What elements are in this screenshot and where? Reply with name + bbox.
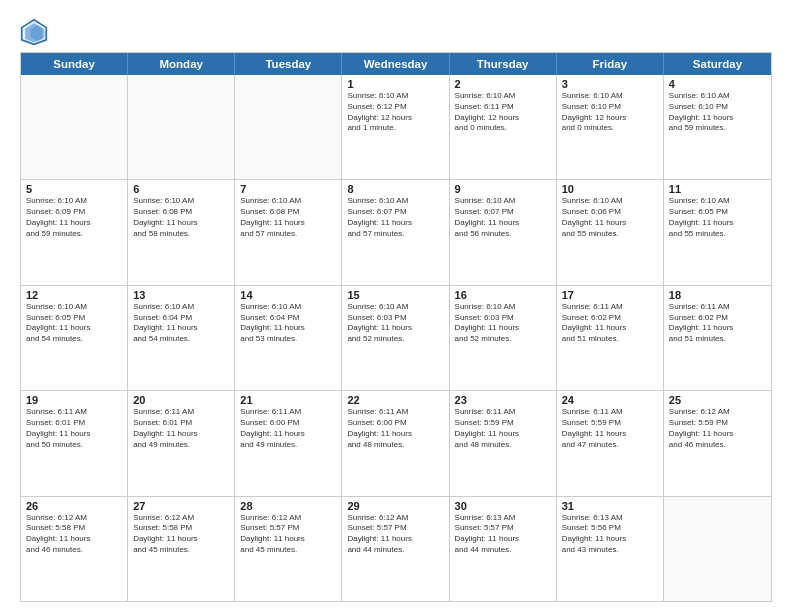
day-info: Sunrise: 6:10 AM Sunset: 6:10 PM Dayligh… — [562, 91, 658, 134]
calendar-day-21: 21Sunrise: 6:11 AM Sunset: 6:00 PM Dayli… — [235, 391, 342, 495]
header-day-sunday: Sunday — [21, 53, 128, 75]
day-info: Sunrise: 6:10 AM Sunset: 6:08 PM Dayligh… — [240, 196, 336, 239]
calendar-day-19: 19Sunrise: 6:11 AM Sunset: 6:01 PM Dayli… — [21, 391, 128, 495]
calendar-row-4: 19Sunrise: 6:11 AM Sunset: 6:01 PM Dayli… — [21, 391, 771, 496]
day-info: Sunrise: 6:10 AM Sunset: 6:11 PM Dayligh… — [455, 91, 551, 134]
day-number: 3 — [562, 78, 658, 90]
day-number: 4 — [669, 78, 766, 90]
header-day-monday: Monday — [128, 53, 235, 75]
calendar-row-2: 5Sunrise: 6:10 AM Sunset: 6:09 PM Daylig… — [21, 180, 771, 285]
day-info: Sunrise: 6:10 AM Sunset: 6:05 PM Dayligh… — [26, 302, 122, 345]
calendar-day-24: 24Sunrise: 6:11 AM Sunset: 5:59 PM Dayli… — [557, 391, 664, 495]
calendar-empty-cell — [664, 497, 771, 601]
day-number: 24 — [562, 394, 658, 406]
calendar-empty-cell — [235, 75, 342, 179]
day-number: 12 — [26, 289, 122, 301]
day-info: Sunrise: 6:11 AM Sunset: 6:01 PM Dayligh… — [26, 407, 122, 450]
calendar-day-7: 7Sunrise: 6:10 AM Sunset: 6:08 PM Daylig… — [235, 180, 342, 284]
day-info: Sunrise: 6:10 AM Sunset: 6:06 PM Dayligh… — [562, 196, 658, 239]
calendar-day-1: 1Sunrise: 6:10 AM Sunset: 6:12 PM Daylig… — [342, 75, 449, 179]
day-info: Sunrise: 6:13 AM Sunset: 5:56 PM Dayligh… — [562, 513, 658, 556]
day-number: 25 — [669, 394, 766, 406]
day-info: Sunrise: 6:11 AM Sunset: 6:00 PM Dayligh… — [240, 407, 336, 450]
calendar-day-6: 6Sunrise: 6:10 AM Sunset: 6:08 PM Daylig… — [128, 180, 235, 284]
day-number: 16 — [455, 289, 551, 301]
day-info: Sunrise: 6:12 AM Sunset: 5:57 PM Dayligh… — [347, 513, 443, 556]
calendar-day-14: 14Sunrise: 6:10 AM Sunset: 6:04 PM Dayli… — [235, 286, 342, 390]
calendar-day-3: 3Sunrise: 6:10 AM Sunset: 6:10 PM Daylig… — [557, 75, 664, 179]
calendar-day-13: 13Sunrise: 6:10 AM Sunset: 6:04 PM Dayli… — [128, 286, 235, 390]
calendar-day-10: 10Sunrise: 6:10 AM Sunset: 6:06 PM Dayli… — [557, 180, 664, 284]
calendar-day-29: 29Sunrise: 6:12 AM Sunset: 5:57 PM Dayli… — [342, 497, 449, 601]
day-number: 6 — [133, 183, 229, 195]
calendar-day-17: 17Sunrise: 6:11 AM Sunset: 6:02 PM Dayli… — [557, 286, 664, 390]
day-number: 20 — [133, 394, 229, 406]
day-number: 1 — [347, 78, 443, 90]
calendar-day-5: 5Sunrise: 6:10 AM Sunset: 6:09 PM Daylig… — [21, 180, 128, 284]
calendar-day-16: 16Sunrise: 6:10 AM Sunset: 6:03 PM Dayli… — [450, 286, 557, 390]
calendar-day-31: 31Sunrise: 6:13 AM Sunset: 5:56 PM Dayli… — [557, 497, 664, 601]
calendar-day-30: 30Sunrise: 6:13 AM Sunset: 5:57 PM Dayli… — [450, 497, 557, 601]
calendar-day-22: 22Sunrise: 6:11 AM Sunset: 6:00 PM Dayli… — [342, 391, 449, 495]
calendar-day-2: 2Sunrise: 6:10 AM Sunset: 6:11 PM Daylig… — [450, 75, 557, 179]
calendar-day-11: 11Sunrise: 6:10 AM Sunset: 6:05 PM Dayli… — [664, 180, 771, 284]
logo — [20, 18, 52, 46]
day-number: 27 — [133, 500, 229, 512]
day-number: 7 — [240, 183, 336, 195]
calendar-day-12: 12Sunrise: 6:10 AM Sunset: 6:05 PM Dayli… — [21, 286, 128, 390]
calendar-empty-cell — [21, 75, 128, 179]
day-number: 26 — [26, 500, 122, 512]
day-info: Sunrise: 6:10 AM Sunset: 6:07 PM Dayligh… — [347, 196, 443, 239]
day-number: 31 — [562, 500, 658, 512]
day-info: Sunrise: 6:12 AM Sunset: 5:57 PM Dayligh… — [240, 513, 336, 556]
day-number: 30 — [455, 500, 551, 512]
header-day-wednesday: Wednesday — [342, 53, 449, 75]
day-number: 21 — [240, 394, 336, 406]
day-number: 19 — [26, 394, 122, 406]
day-number: 29 — [347, 500, 443, 512]
day-info: Sunrise: 6:11 AM Sunset: 6:02 PM Dayligh… — [669, 302, 766, 345]
calendar-day-15: 15Sunrise: 6:10 AM Sunset: 6:03 PM Dayli… — [342, 286, 449, 390]
day-info: Sunrise: 6:10 AM Sunset: 6:12 PM Dayligh… — [347, 91, 443, 134]
day-info: Sunrise: 6:10 AM Sunset: 6:04 PM Dayligh… — [240, 302, 336, 345]
day-number: 15 — [347, 289, 443, 301]
header-day-thursday: Thursday — [450, 53, 557, 75]
day-info: Sunrise: 6:11 AM Sunset: 6:00 PM Dayligh… — [347, 407, 443, 450]
day-info: Sunrise: 6:10 AM Sunset: 6:03 PM Dayligh… — [455, 302, 551, 345]
day-number: 9 — [455, 183, 551, 195]
calendar-header: SundayMondayTuesdayWednesdayThursdayFrid… — [21, 53, 771, 75]
calendar-day-27: 27Sunrise: 6:12 AM Sunset: 5:58 PM Dayli… — [128, 497, 235, 601]
day-info: Sunrise: 6:10 AM Sunset: 6:10 PM Dayligh… — [669, 91, 766, 134]
calendar-day-23: 23Sunrise: 6:11 AM Sunset: 5:59 PM Dayli… — [450, 391, 557, 495]
calendar-day-9: 9Sunrise: 6:10 AM Sunset: 6:07 PM Daylig… — [450, 180, 557, 284]
day-number: 14 — [240, 289, 336, 301]
day-info: Sunrise: 6:11 AM Sunset: 6:02 PM Dayligh… — [562, 302, 658, 345]
page-header — [20, 18, 772, 46]
day-number: 8 — [347, 183, 443, 195]
day-number: 5 — [26, 183, 122, 195]
calendar-day-18: 18Sunrise: 6:11 AM Sunset: 6:02 PM Dayli… — [664, 286, 771, 390]
calendar-day-20: 20Sunrise: 6:11 AM Sunset: 6:01 PM Dayli… — [128, 391, 235, 495]
calendar-body: 1Sunrise: 6:10 AM Sunset: 6:12 PM Daylig… — [21, 75, 771, 601]
day-info: Sunrise: 6:11 AM Sunset: 5:59 PM Dayligh… — [562, 407, 658, 450]
day-info: Sunrise: 6:10 AM Sunset: 6:05 PM Dayligh… — [669, 196, 766, 239]
day-info: Sunrise: 6:12 AM Sunset: 5:58 PM Dayligh… — [26, 513, 122, 556]
day-info: Sunrise: 6:10 AM Sunset: 6:04 PM Dayligh… — [133, 302, 229, 345]
day-number: 10 — [562, 183, 658, 195]
header-day-saturday: Saturday — [664, 53, 771, 75]
calendar-day-4: 4Sunrise: 6:10 AM Sunset: 6:10 PM Daylig… — [664, 75, 771, 179]
day-info: Sunrise: 6:10 AM Sunset: 6:08 PM Dayligh… — [133, 196, 229, 239]
calendar-day-25: 25Sunrise: 6:12 AM Sunset: 5:59 PM Dayli… — [664, 391, 771, 495]
day-number: 18 — [669, 289, 766, 301]
day-number: 2 — [455, 78, 551, 90]
day-number: 11 — [669, 183, 766, 195]
day-info: Sunrise: 6:11 AM Sunset: 5:59 PM Dayligh… — [455, 407, 551, 450]
header-day-friday: Friday — [557, 53, 664, 75]
calendar-row-3: 12Sunrise: 6:10 AM Sunset: 6:05 PM Dayli… — [21, 286, 771, 391]
calendar-day-8: 8Sunrise: 6:10 AM Sunset: 6:07 PM Daylig… — [342, 180, 449, 284]
logo-icon — [20, 18, 48, 46]
day-info: Sunrise: 6:12 AM Sunset: 5:58 PM Dayligh… — [133, 513, 229, 556]
day-number: 22 — [347, 394, 443, 406]
day-number: 13 — [133, 289, 229, 301]
calendar-empty-cell — [128, 75, 235, 179]
